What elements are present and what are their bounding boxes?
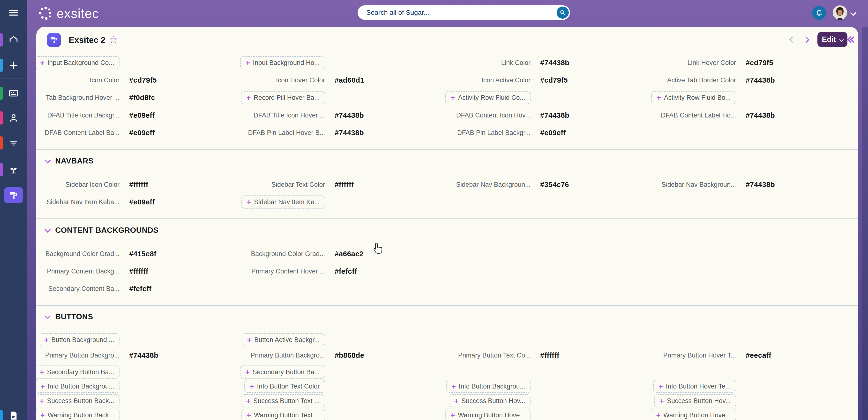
field-label: Sidebar Nav Backgroun... bbox=[662, 181, 736, 189]
add-field-pill[interactable]: Info Button Text Color bbox=[244, 380, 325, 393]
previous-record-chevron-left-icon[interactable] bbox=[790, 37, 795, 43]
field-value[interactable]: #fefcff bbox=[129, 285, 151, 293]
plus-icon bbox=[8, 60, 19, 71]
field-label: DFAB Pin Label Hover B... bbox=[248, 129, 325, 137]
record-field: Secondary Content Ba...#fefcff bbox=[36, 280, 242, 298]
add-field-pill[interactable]: Warning Button Back... bbox=[36, 409, 120, 420]
sidebar-item-create[interactable] bbox=[0, 58, 27, 73]
plus-icon bbox=[656, 412, 660, 419]
add-field-pill[interactable]: Success Button Back... bbox=[36, 394, 120, 408]
field-row: Icon Color#cd79f5 Icon Hover Color#ad60d… bbox=[36, 72, 858, 89]
add-field-pill[interactable]: Secondary Button Ba... bbox=[36, 365, 120, 379]
section-header-navbars[interactable]: NAVBARS bbox=[45, 156, 94, 166]
field-label: Primary Button Text Co... bbox=[458, 352, 530, 359]
field-value[interactable]: #74438b bbox=[335, 111, 364, 119]
field-row: Background Color Grad...#415c8f Backgrou… bbox=[36, 245, 858, 262]
avatar[interactable] bbox=[833, 5, 847, 20]
menu-button[interactable] bbox=[0, 5, 27, 20]
record-field: Background Color Grad...#415c8f bbox=[36, 245, 242, 262]
add-field-pill[interactable]: Success Button Hov... bbox=[654, 394, 736, 408]
add-field-pill[interactable]: Activity Row Fluid Bo... bbox=[651, 91, 736, 104]
field-value[interactable]: #ffffff bbox=[335, 180, 354, 189]
add-field-pill[interactable]: Info Button Backgrou... bbox=[446, 380, 530, 393]
sidebar-item-filters[interactable] bbox=[0, 135, 27, 151]
field-label: DFAB Title Icon Hover ... bbox=[253, 112, 325, 119]
search-button[interactable] bbox=[557, 6, 569, 19]
avatar-image bbox=[833, 5, 847, 20]
brand-logo[interactable]: exsitec bbox=[38, 0, 99, 27]
field-value[interactable]: #74438b bbox=[129, 351, 158, 360]
next-record-chevron-right-icon[interactable] bbox=[804, 37, 808, 43]
plus-icon bbox=[451, 94, 455, 102]
field-value[interactable]: #cd79f5 bbox=[746, 59, 773, 67]
add-field-pill[interactable]: Warning Button Hove... bbox=[651, 409, 736, 420]
add-field-pill[interactable]: Button Background ... bbox=[39, 333, 120, 346]
sidebar-item-themes-active[interactable] bbox=[4, 187, 23, 203]
sidebar-item-documents[interactable] bbox=[0, 408, 27, 420]
sidebar-item-accounts[interactable] bbox=[0, 85, 27, 101]
field-value[interactable]: #e09eff bbox=[129, 129, 155, 137]
record-card: Exsitec 2 ☆ Edit Input Background Co... … bbox=[36, 27, 858, 420]
field-value[interactable]: #415c8f bbox=[129, 250, 156, 258]
pill-label: Secondary Button Ba... bbox=[47, 368, 114, 376]
field-value[interactable]: #f0d8fc bbox=[129, 93, 155, 102]
scrollbar[interactable] bbox=[862, 27, 868, 420]
field-value[interactable]: #e09eff bbox=[540, 129, 566, 137]
sidebar-item-contacts[interactable] bbox=[0, 110, 27, 126]
record-field: Sidebar Icon Color#ffffff bbox=[36, 176, 242, 193]
field-value[interactable]: #74438b bbox=[746, 180, 775, 189]
add-field-pill[interactable]: Secondary Button Ba... bbox=[240, 365, 325, 379]
global-search[interactable] bbox=[358, 5, 570, 20]
field-value[interactable]: #ffffff bbox=[540, 351, 559, 360]
add-field-pill[interactable]: Success Button Hov... bbox=[449, 394, 530, 408]
add-field-pill[interactable]: Input Background Ho... bbox=[240, 56, 325, 69]
sidebar-item-home[interactable] bbox=[0, 32, 27, 48]
field-value[interactable]: #fefcff bbox=[335, 267, 357, 275]
record-field: Warning Button Hove... bbox=[653, 407, 859, 420]
field-value[interactable]: #a66ac2 bbox=[335, 250, 364, 258]
plus-icon bbox=[245, 368, 250, 376]
record-field: DFAB Title Icon Hover ...#74438b bbox=[242, 107, 447, 124]
section-header-content-backgrounds[interactable]: CONTENT BACKGROUNDS bbox=[45, 225, 158, 235]
field-value[interactable]: #354c76 bbox=[540, 180, 569, 189]
field-label: Icon Hover Color bbox=[276, 77, 325, 84]
field-value[interactable]: #74438b bbox=[335, 129, 364, 137]
field-value[interactable]: #ad60d1 bbox=[335, 76, 364, 84]
field-value[interactable]: #74438b bbox=[746, 76, 775, 84]
field-value[interactable]: #ffffff bbox=[129, 180, 148, 189]
plus-icon bbox=[246, 94, 251, 102]
section-header-buttons[interactable]: BUTTONS bbox=[45, 312, 93, 321]
field-value[interactable]: #74438b bbox=[746, 111, 775, 119]
edit-dropdown-chevron-icon bbox=[839, 37, 843, 41]
collapse-panel-double-chevron-icon[interactable] bbox=[848, 37, 854, 43]
notifications-button[interactable] bbox=[812, 6, 826, 20]
field-value[interactable]: #b868de bbox=[335, 351, 364, 360]
field-value[interactable]: #cd79f5 bbox=[540, 76, 568, 84]
field-value[interactable]: #e09eff bbox=[129, 111, 155, 119]
add-field-pill[interactable]: Info Button Hover Te... bbox=[653, 380, 736, 393]
favorite-star-icon[interactable]: ☆ bbox=[109, 33, 118, 47]
field-label: Tab Background Hover ... bbox=[46, 94, 120, 102]
add-field-pill[interactable]: Success Button Text ... bbox=[241, 394, 325, 408]
field-value[interactable]: #ffffff bbox=[129, 267, 148, 275]
field-value[interactable]: #eecaff bbox=[746, 351, 772, 360]
add-field-pill[interactable]: Warning Button Text ... bbox=[242, 409, 325, 420]
field-value[interactable]: #74438b bbox=[540, 59, 569, 67]
field-value[interactable]: #cd79f5 bbox=[129, 76, 157, 84]
add-field-pill[interactable]: Sidebar Nav Item Ke... bbox=[242, 195, 325, 208]
add-field-pill[interactable]: Info Button Backgrou... bbox=[36, 380, 120, 393]
sidebar-item-growth[interactable] bbox=[0, 162, 27, 177]
edit-button[interactable]: Edit bbox=[817, 32, 847, 47]
empty-cell bbox=[653, 245, 859, 262]
user-menu-chevron-down-icon[interactable] bbox=[851, 11, 856, 16]
add-field-pill[interactable]: Warning Button Hove... bbox=[445, 409, 530, 420]
plus-icon bbox=[452, 383, 456, 390]
search-input[interactable] bbox=[366, 8, 546, 17]
add-field-pill[interactable]: Activity Row Fluid Co... bbox=[445, 91, 530, 104]
field-value[interactable]: #e09eff bbox=[129, 198, 155, 206]
add-field-pill[interactable]: Input Background Co... bbox=[36, 56, 120, 69]
field-value[interactable]: #74438b bbox=[540, 111, 569, 119]
add-field-pill[interactable]: Record Pill Hover Ba... bbox=[241, 91, 325, 104]
empty-cell bbox=[242, 280, 447, 298]
add-field-pill[interactable]: Button Active Backgr... bbox=[242, 333, 325, 346]
